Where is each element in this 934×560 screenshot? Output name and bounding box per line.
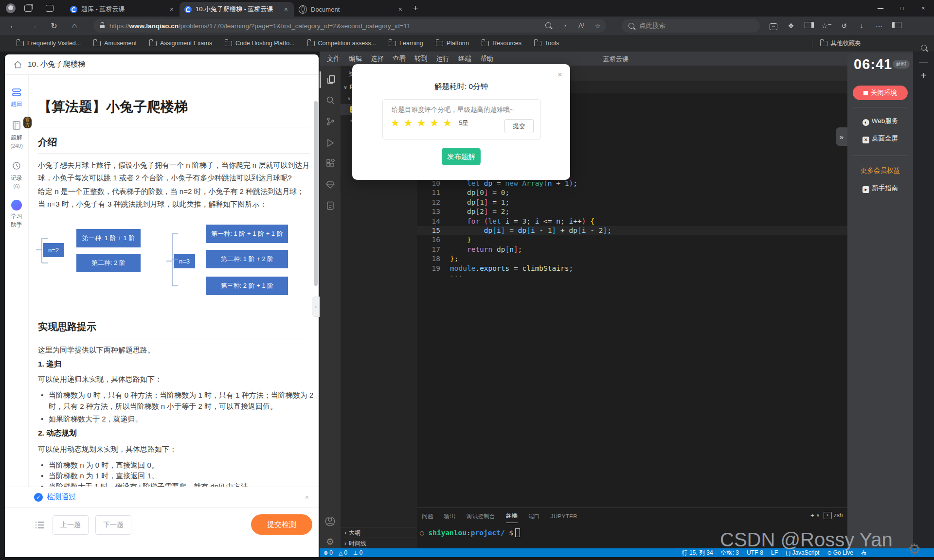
downloads-icon[interactable]: ↓ [853, 22, 870, 30]
panel-tab-输出[interactable]: 输出 [444, 509, 456, 523]
strip-add-icon[interactable]: + [913, 70, 934, 81]
nav-question[interactable]: 题目 [5, 88, 28, 108]
menu-item[interactable]: 帮助 [480, 54, 493, 63]
new-terminal-icon[interactable]: + [810, 511, 814, 519]
status-item[interactable]: 行 15, 列 34 [682, 549, 713, 557]
right-panel-expander[interactable]: » [836, 127, 847, 146]
code-line[interactable]: 19module.exports = climbStairs; [417, 264, 847, 273]
source-control-icon[interactable] [320, 113, 341, 130]
tab-close-icon[interactable]: × [397, 5, 403, 13]
search-icon[interactable] [320, 92, 341, 109]
code-line[interactable]: 13 dp[2] = 2; [417, 207, 847, 216]
menu-item[interactable]: 运行 [436, 54, 449, 63]
tab-close-icon[interactable]: × [169, 5, 175, 13]
modal-close-icon[interactable]: × [557, 70, 562, 80]
close-button[interactable]: × [913, 0, 934, 17]
check-close-icon[interactable]: × [305, 493, 309, 501]
terminal-prompt[interactable]: ○ shiyanlou:project/ $ [420, 528, 520, 537]
panel-tab-JUPYTER[interactable]: JUPYTER [551, 509, 577, 522]
menu-item[interactable]: 转到 [414, 54, 428, 63]
forward-icon[interactable]: → [23, 21, 44, 30]
nav-assistant[interactable]: 学习 助手 [5, 200, 28, 229]
browser-tab[interactable]: 10.小兔子爬楼梯 - 蓝桥云课× [180, 2, 294, 17]
home-icon[interactable] [14, 61, 22, 69]
account-icon[interactable] [320, 513, 341, 529]
bookmark-item[interactable]: Frequently Visited... [17, 40, 81, 47]
panel-tab-问题[interactable]: 问题 [422, 509, 433, 523]
star-icon[interactable]: ★ [417, 117, 426, 129]
menu-item[interactable]: 终端 [458, 54, 471, 63]
tab-close-icon[interactable]: × [283, 5, 289, 13]
url-text[interactable]: https://www.lanqiao.cn/problems/1770/lea… [109, 22, 540, 30]
check-passed-label[interactable]: 检测通过 [47, 492, 76, 502]
back-icon[interactable]: ← [3, 21, 23, 30]
member-benefits-link[interactable]: 更多会员权益 [847, 166, 913, 175]
tab-actions-icon[interactable] [46, 5, 54, 12]
nav-solutions[interactable]: 官方 题解 (240) [5, 121, 28, 149]
status-warning-icon[interactable]: △0 [339, 549, 347, 556]
menu-item[interactable]: 文件 [327, 54, 340, 63]
panel-collapse-handle[interactable]: ‹ [312, 297, 320, 317]
strip-search-icon[interactable] [913, 44, 934, 52]
gem-plugin-icon[interactable] [320, 176, 341, 193]
menu-item[interactable]: 编辑 [349, 54, 362, 63]
menu-item[interactable]: 查看 [393, 54, 406, 63]
rating-submit-button[interactable]: 提交 [504, 119, 534, 133]
prev-question-button[interactable]: 上一题 [53, 515, 89, 535]
favorite-star-icon[interactable]: ☆ [590, 22, 606, 30]
bookmark-item[interactable]: Tools [534, 40, 559, 47]
timeline-section[interactable]: ›时间线 [341, 538, 417, 549]
settings-gear-icon[interactable]: ⚙ [320, 533, 341, 550]
next-question-button[interactable]: 下一题 [95, 515, 131, 535]
bookmark-item[interactable]: Learning [389, 40, 423, 47]
code-line[interactable]: 16 } [417, 235, 847, 245]
bookmark-item[interactable]: Platform [436, 40, 469, 47]
read-aloud-icon[interactable]: A) [573, 22, 590, 29]
extensions-icon[interactable]: ❖ [782, 22, 800, 30]
history-icon[interactable]: ↺ [835, 22, 853, 30]
new-tab-button[interactable]: + [413, 3, 418, 14]
web-service-button[interactable]: ◐Web服务 [847, 117, 913, 126]
problem-list-icon[interactable] [35, 521, 45, 529]
notebook-icon[interactable] [320, 197, 341, 214]
chevron-down-icon[interactable]: ∨ [816, 513, 820, 518]
bookmark-item[interactable]: Competition assess... [307, 40, 377, 47]
publish-solution-button[interactable]: 发布题解 [442, 148, 481, 165]
bookmark-item[interactable]: Resources [482, 40, 521, 47]
star-rating[interactable]: ★ ★ ★ ★ ★ 5星 [391, 117, 468, 129]
home-icon[interactable]: ⌂ [64, 21, 85, 30]
shield-icon[interactable]: ◔ [557, 22, 573, 30]
code-line[interactable]: 15 dp[i] = dp[i - 1] + dp[i - 2]; [417, 226, 847, 235]
panel-tab-终端[interactable]: 终端 [506, 508, 518, 523]
close-env-button[interactable]: 关闭环境 [853, 86, 908, 100]
code-line[interactable]: 14 for (let i = 3; i <= n; i++) { [417, 217, 847, 226]
menu-item[interactable]: 选择 [371, 54, 384, 63]
favorites-icon[interactable]: ☆≡ [818, 22, 835, 30]
star-icon[interactable]: ★ [391, 117, 400, 129]
more-menu-icon[interactable]: ··· [870, 22, 888, 30]
split-screen-icon[interactable] [800, 22, 818, 30]
status-ports-icon[interactable]: ⊥0 [353, 549, 362, 556]
panel-tab-端口[interactable]: 端口 [528, 509, 540, 523]
wallet-icon[interactable]: •• [765, 21, 782, 30]
beginner-guide-button[interactable]: ▸新手指南 [847, 184, 913, 193]
code-line[interactable]: 12 dp[1] = 1; [417, 198, 847, 207]
panel-tab-调试控制台[interactable]: 调试控制台 [467, 509, 496, 523]
delay-badge[interactable]: 延时 [893, 60, 910, 69]
fold-hint-dots[interactable]: ··· [450, 272, 463, 280]
code-line[interactable]: 10 let dp = new Array(n + 1); [417, 179, 847, 188]
refresh-icon[interactable]: ↻ [44, 21, 64, 31]
star-icon[interactable]: ★ [430, 117, 439, 129]
sidebar-toggle-icon[interactable] [888, 22, 905, 30]
run-debug-icon[interactable] [320, 135, 341, 151]
code-line[interactable]: 11 dp[0] = 0; [417, 188, 847, 197]
nav-records[interactable]: 记录 (6) [5, 161, 28, 189]
star-icon[interactable]: ★ [404, 117, 413, 129]
code-line[interactable]: 17 return dp[n]; [417, 245, 847, 254]
explorer-icon[interactable] [320, 71, 341, 88]
code-line[interactable]: 18}; [417, 254, 847, 263]
browser-tab[interactable]: Document× [294, 2, 408, 17]
bookmark-item[interactable]: Code Hosting Platfo... [225, 40, 295, 47]
fullscreen-button[interactable]: ✕桌面全屏 [847, 134, 913, 143]
star-icon[interactable]: ★ [443, 117, 452, 129]
